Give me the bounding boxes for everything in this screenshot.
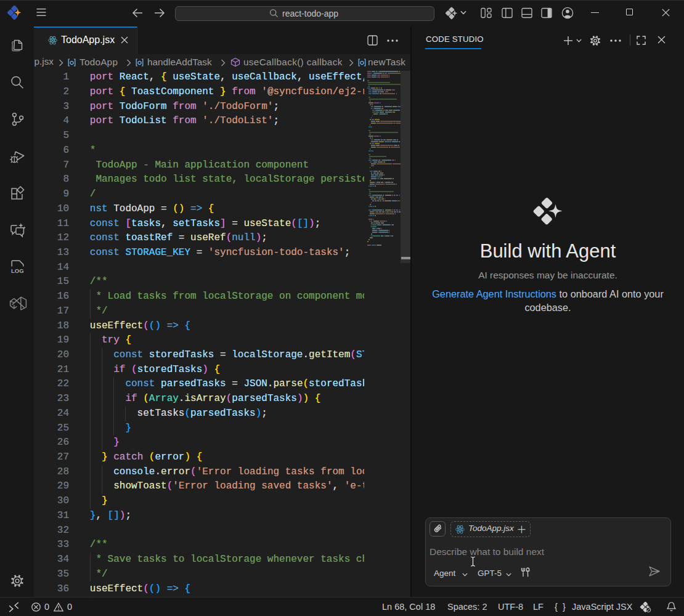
svg-text:LOG: LOG xyxy=(11,267,24,274)
